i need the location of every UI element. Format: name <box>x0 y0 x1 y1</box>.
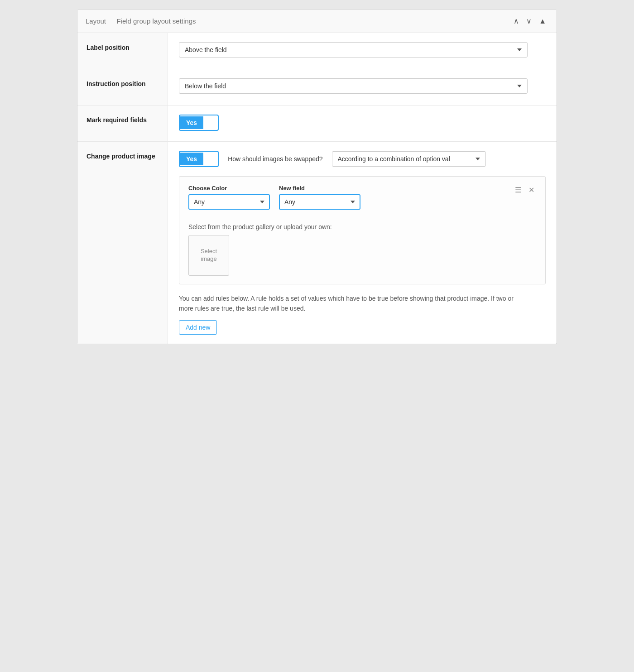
rule-card-header: Choose Color Any New field Any <box>188 185 536 217</box>
how-swap-label: How should images be swapped? <box>228 155 322 163</box>
panel-body: Label position Above the field Left of f… <box>77 33 557 344</box>
rule-card-icons: ☰ ✕ <box>513 185 536 195</box>
mark-required-content: Yes <box>168 106 557 141</box>
label-position-label: Label position <box>77 33 168 69</box>
panel-header: Layout — Field group layout settings ∧ ∨… <box>77 10 557 33</box>
change-product-toggle[interactable]: Yes <box>179 151 219 167</box>
collapse-up-button[interactable]: ∧ <box>511 16 521 26</box>
rule-field-new-field: New field Any <box>279 185 360 210</box>
rules-info-text: You can add rules below. A rule holds a … <box>179 293 523 314</box>
add-new-button[interactable]: Add new <box>179 320 217 335</box>
rule-close-icon[interactable]: ✕ <box>527 185 536 195</box>
change-toggle-knob <box>204 153 217 165</box>
new-field-select[interactable]: Any <box>279 194 360 210</box>
gallery-label: Select from the product gallery or uploa… <box>188 223 536 230</box>
panel-subtitle: — Field group layout settings <box>108 17 196 25</box>
mark-required-label: Mark required fields <box>77 106 168 141</box>
expand-button[interactable]: ▲ <box>537 16 548 26</box>
collapse-down-button[interactable]: ∨ <box>524 16 534 26</box>
panel-title: Layout — Field group layout settings <box>86 17 196 25</box>
toggle-yes-label: Yes <box>180 116 203 129</box>
instruction-position-label: Instruction position <box>77 69 168 105</box>
settings-panel: Layout — Field group layout settings ∧ ∨… <box>77 9 557 344</box>
instruction-position-content: Below the field Above the field Hidden <box>168 69 557 105</box>
label-position-select[interactable]: Above the field Left of field Right of f… <box>179 42 528 58</box>
change-toggle-yes-label: Yes <box>180 153 203 165</box>
header-controls: ∧ ∨ ▲ <box>511 16 548 26</box>
change-product-image-content: Yes How should images be swapped? Accord… <box>168 142 557 344</box>
swap-select[interactable]: According to a combination of option val… <box>332 151 486 167</box>
label-position-row: Label position Above the field Left of f… <box>77 33 557 69</box>
rule-fields: Choose Color Any New field Any <box>188 185 360 210</box>
rule-menu-icon[interactable]: ☰ <box>513 185 523 195</box>
rule-card: Choose Color Any New field Any <box>179 176 546 284</box>
choose-color-label: Choose Color <box>188 185 270 192</box>
instruction-position-row: Instruction position Below the field Abo… <box>77 69 557 106</box>
instruction-position-select[interactable]: Below the field Above the field Hidden <box>179 78 528 94</box>
change-product-image-label: Change product image <box>77 142 168 344</box>
mark-required-row: Mark required fields Yes <box>77 106 557 142</box>
change-product-image-row: Change product image Yes How should imag… <box>77 142 557 344</box>
change-image-top: Yes How should images be swapped? Accord… <box>179 151 546 167</box>
mark-required-toggle-wrapper: Yes <box>179 115 546 131</box>
new-field-label: New field <box>279 185 360 192</box>
select-image-button[interactable]: Select image <box>188 235 229 276</box>
mark-required-toggle[interactable]: Yes <box>179 115 219 131</box>
toggle-knob <box>204 116 217 129</box>
rule-field-choose-color: Choose Color Any <box>188 185 270 210</box>
panel-title-main: Layout <box>86 17 106 25</box>
choose-color-select[interactable]: Any <box>188 194 270 210</box>
label-position-content: Above the field Left of field Right of f… <box>168 33 557 69</box>
